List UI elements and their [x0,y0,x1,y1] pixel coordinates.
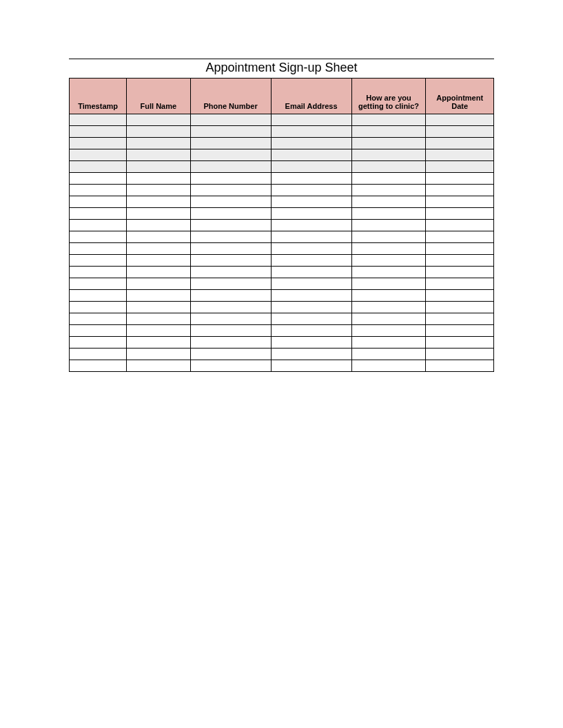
table-cell[interactable] [190,220,271,231]
table-cell[interactable] [271,255,351,267]
table-cell[interactable] [426,114,494,126]
table-cell[interactable] [271,231,351,243]
table-cell[interactable] [351,243,426,255]
table-cell[interactable] [271,278,351,290]
table-cell[interactable] [271,290,351,302]
table-cell[interactable] [190,173,271,185]
table-cell[interactable] [426,313,494,325]
table-cell[interactable] [70,220,127,231]
table-cell[interactable] [70,208,127,220]
table-cell[interactable] [127,185,190,196]
table-cell[interactable] [127,243,190,255]
table-cell[interactable] [351,208,426,220]
table-cell[interactable] [127,173,190,185]
table-cell[interactable] [351,267,426,278]
table-cell[interactable] [426,267,494,278]
table-cell[interactable] [351,337,426,349]
table-cell[interactable] [190,149,271,161]
table-cell[interactable] [351,349,426,360]
table-cell[interactable] [127,360,190,372]
table-cell[interactable] [127,337,190,349]
table-cell[interactable] [426,138,494,149]
table-cell[interactable] [426,290,494,302]
table-cell[interactable] [351,138,426,149]
table-cell[interactable] [271,337,351,349]
table-cell[interactable] [426,161,494,173]
table-cell[interactable] [351,161,426,173]
table-cell[interactable] [190,208,271,220]
table-cell[interactable] [127,161,190,173]
table-cell[interactable] [190,360,271,372]
table-cell[interactable] [127,349,190,360]
table-cell[interactable] [190,161,271,173]
table-cell[interactable] [190,290,271,302]
table-cell[interactable] [426,173,494,185]
table-cell[interactable] [127,208,190,220]
table-cell[interactable] [351,220,426,231]
table-cell[interactable] [70,138,127,149]
table-cell[interactable] [271,149,351,161]
table-cell[interactable] [70,278,127,290]
table-cell[interactable] [190,337,271,349]
table-cell[interactable] [271,267,351,278]
table-cell[interactable] [70,196,127,208]
table-cell[interactable] [351,278,426,290]
table-cell[interactable] [70,255,127,267]
table-cell[interactable] [426,149,494,161]
table-cell[interactable] [190,243,271,255]
table-cell[interactable] [190,126,271,138]
table-cell[interactable] [426,278,494,290]
table-cell[interactable] [70,126,127,138]
table-cell[interactable] [190,231,271,243]
table-cell[interactable] [190,349,271,360]
table-cell[interactable] [426,220,494,231]
table-cell[interactable] [127,114,190,126]
table-cell[interactable] [426,185,494,196]
table-cell[interactable] [70,231,127,243]
table-cell[interactable] [351,255,426,267]
table-cell[interactable] [426,325,494,337]
table-cell[interactable] [351,360,426,372]
table-cell[interactable] [426,231,494,243]
table-cell[interactable] [127,126,190,138]
table-cell[interactable] [271,196,351,208]
table-cell[interactable] [70,114,127,126]
table-cell[interactable] [127,267,190,278]
table-cell[interactable] [271,302,351,313]
table-cell[interactable] [190,185,271,196]
table-cell[interactable] [70,149,127,161]
table-cell[interactable] [271,161,351,173]
table-cell[interactable] [426,126,494,138]
table-cell[interactable] [190,302,271,313]
table-cell[interactable] [70,290,127,302]
table-cell[interactable] [190,196,271,208]
table-cell[interactable] [351,313,426,325]
table-cell[interactable] [190,138,271,149]
table-cell[interactable] [426,243,494,255]
table-cell[interactable] [70,349,127,360]
table-cell[interactable] [271,114,351,126]
table-cell[interactable] [426,255,494,267]
table-cell[interactable] [426,208,494,220]
table-cell[interactable] [190,325,271,337]
table-cell[interactable] [127,149,190,161]
table-cell[interactable] [70,243,127,255]
table-cell[interactable] [127,196,190,208]
table-cell[interactable] [70,325,127,337]
table-cell[interactable] [271,349,351,360]
table-cell[interactable] [271,138,351,149]
table-cell[interactable] [70,337,127,349]
table-cell[interactable] [127,138,190,149]
table-cell[interactable] [127,255,190,267]
table-cell[interactable] [351,185,426,196]
table-cell[interactable] [70,360,127,372]
table-cell[interactable] [271,173,351,185]
table-cell[interactable] [271,313,351,325]
table-cell[interactable] [351,325,426,337]
table-cell[interactable] [127,290,190,302]
table-cell[interactable] [426,302,494,313]
table-cell[interactable] [271,243,351,255]
table-cell[interactable] [190,255,271,267]
table-cell[interactable] [351,302,426,313]
table-cell[interactable] [190,114,271,126]
